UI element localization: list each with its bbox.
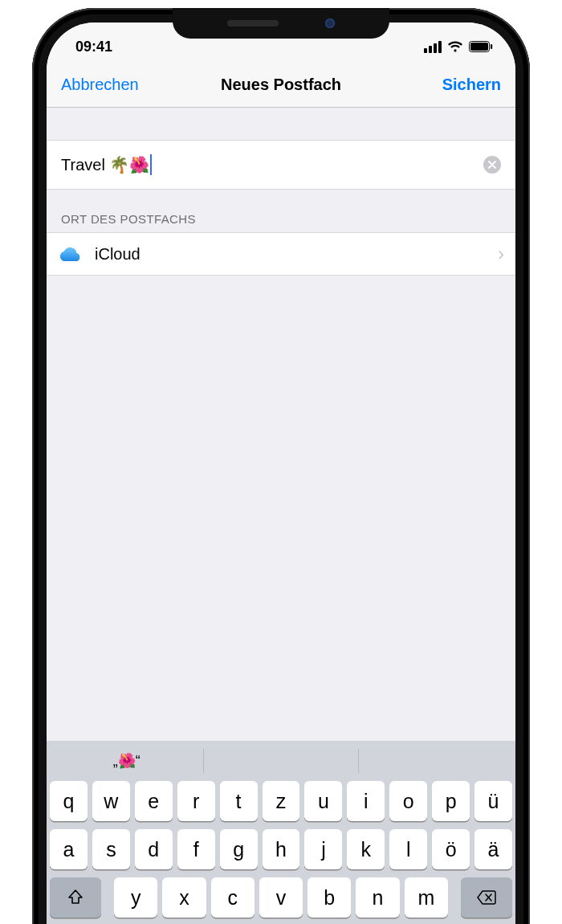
content-area: Travel 🌴🌺 ORT DES POSTFACHS iCloud ›: [47, 108, 515, 741]
suggestion-3[interactable]: [359, 741, 512, 781]
key-l[interactable]: l: [389, 829, 427, 869]
phone-frame: 09:41 Abbrechen Neues Postfach Sichern T…: [32, 8, 530, 924]
page-title: Neues Postfach: [221, 76, 341, 94]
key-a[interactable]: a: [50, 829, 88, 869]
mailbox-name-input[interactable]: Travel 🌴🌺: [61, 154, 152, 175]
suggestion-1[interactable]: „🌺“: [50, 741, 203, 781]
suggestion-bar: „🌺“: [50, 741, 512, 781]
backspace-key[interactable]: [461, 877, 512, 918]
save-button[interactable]: Sichern: [442, 76, 501, 94]
key-h[interactable]: h: [263, 829, 300, 869]
key-s[interactable]: s: [92, 829, 130, 869]
clear-text-button[interactable]: [483, 156, 501, 174]
key-z[interactable]: z: [263, 781, 300, 821]
section-header-location: ORT DES POSTFACHS: [47, 190, 515, 232]
svg-rect-2: [491, 44, 492, 49]
key-x[interactable]: x: [162, 877, 206, 918]
close-icon: [488, 161, 496, 169]
key-b[interactable]: b: [307, 877, 351, 918]
suggestion-2[interactable]: [204, 741, 357, 781]
wifi-icon: [447, 41, 463, 53]
key-m[interactable]: m: [405, 877, 448, 918]
key-w[interactable]: w: [92, 781, 130, 821]
key-f[interactable]: f: [177, 829, 215, 869]
cellular-signal-icon: [424, 41, 442, 53]
backspace-icon: [476, 889, 497, 906]
battery-icon: [469, 41, 493, 52]
key-v[interactable]: v: [259, 877, 303, 918]
mailbox-name-cell[interactable]: Travel 🌴🌺: [47, 140, 515, 190]
svg-rect-1: [470, 43, 488, 51]
key-e[interactable]: e: [135, 781, 173, 821]
shift-key[interactable]: [50, 877, 101, 918]
key-ä[interactable]: ä: [474, 829, 512, 869]
cancel-button[interactable]: Abbrechen: [61, 76, 139, 94]
key-t[interactable]: t: [220, 781, 258, 821]
status-time: 09:41: [75, 39, 112, 55]
keyboard-row-3: yxcvbnm: [50, 877, 512, 918]
notch: [173, 8, 389, 39]
key-j[interactable]: j: [304, 829, 342, 869]
key-n[interactable]: n: [356, 877, 399, 918]
icloud-icon: [58, 241, 83, 267]
shift-icon: [67, 889, 84, 906]
key-p[interactable]: p: [432, 781, 470, 821]
nav-bar: Abbrechen Neues Postfach Sichern: [47, 63, 515, 108]
key-r[interactable]: r: [177, 781, 215, 821]
key-ö[interactable]: ö: [432, 829, 470, 869]
key-ü[interactable]: ü: [474, 781, 512, 821]
key-u[interactable]: u: [304, 781, 342, 821]
key-c[interactable]: c: [211, 877, 255, 918]
key-i[interactable]: i: [347, 781, 385, 821]
key-d[interactable]: d: [135, 829, 173, 869]
location-label: iCloud: [95, 245, 140, 264]
mailbox-location-cell[interactable]: iCloud ›: [47, 232, 515, 276]
key-g[interactable]: g: [220, 829, 258, 869]
key-q[interactable]: q: [50, 781, 88, 821]
chevron-right-icon: ›: [498, 243, 504, 265]
keyboard-row-1: qwertzuiopü: [50, 781, 512, 821]
key-o[interactable]: o: [389, 781, 427, 821]
keyboard-row-2: asdfghjklöä: [50, 829, 512, 869]
screen: 09:41 Abbrechen Neues Postfach Sichern T…: [47, 22, 515, 924]
key-y[interactable]: y: [114, 877, 157, 918]
key-k[interactable]: k: [347, 829, 385, 869]
text-caret: [150, 154, 152, 175]
keyboard: „🌺“ qwertzuiopü asdfghjklöä yxcvbnm 123: [47, 741, 515, 924]
